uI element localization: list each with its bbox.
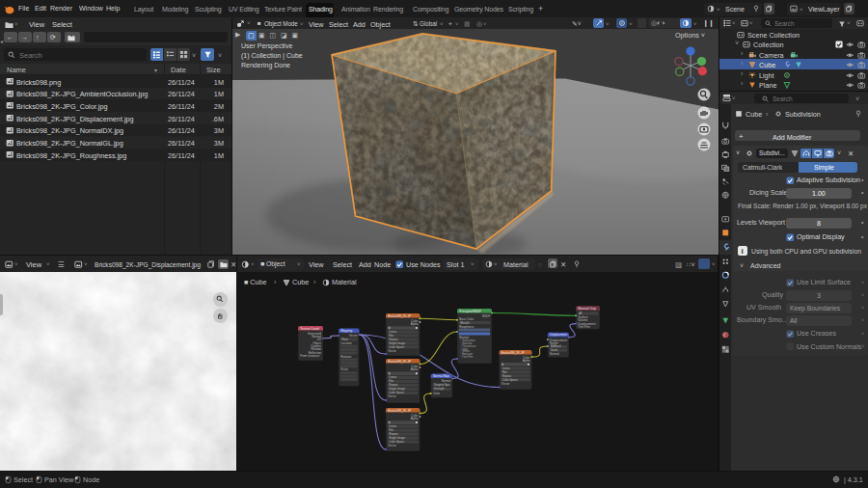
svg-text:Color: Color [433, 392, 440, 395]
svg-text:Bricks098_2K-JP: Bricks098_2K-JP [502, 351, 525, 355]
svg-text:Thin Film: Thin Film [578, 325, 590, 329]
svg-text:Material Outp: Material Outp [578, 307, 596, 311]
svg-text:Texture Coord: Texture Coord [300, 327, 319, 331]
svg-text:Normal Map: Normal Map [433, 374, 449, 378]
svg-text:Scale: Scale [340, 367, 348, 371]
svg-text:+: + [72, 34, 75, 39]
svg-text:Alpha: Alpha [411, 417, 419, 420]
svg-text:Principled BSDF: Principled BSDF [459, 310, 481, 313]
svg-text:Vector: Vector [349, 334, 358, 338]
svg-text:Displacemen: Displacemen [550, 333, 567, 337]
svg-text:From Instancer: From Instancer [300, 354, 319, 358]
svg-text:Alpha: Alpha [523, 359, 530, 363]
svg-text:› Thin Film: › Thin Film [461, 355, 474, 359]
svg-text:BSDF: BSDF [482, 314, 490, 318]
svg-text:Alpha: Alpha [411, 367, 419, 371]
svg-text:Rotation: Rotation [340, 355, 352, 359]
svg-text:Alpha: Alpha [411, 322, 419, 326]
svg-text:Mapping: Mapping [340, 329, 352, 333]
svg-text:Normal: Normal [550, 352, 559, 356]
svg-text:Vector: Vector [388, 394, 396, 398]
svg-text:Vector: Vector [502, 382, 510, 386]
svg-text:Bricks098_2K-JP: Bricks098_2K-JP [388, 314, 411, 318]
svg-text:Location: Location [340, 341, 352, 345]
svg-text:Roughness: Roughness [459, 325, 475, 329]
svg-text:Bricks098_2K-JP: Bricks098_2K-JP [388, 409, 411, 413]
svg-text:Bricks098_2K-JP: Bricks098_2K-JP [388, 360, 411, 364]
svg-text:Vector: Vector [388, 349, 396, 353]
svg-text:Vector: Vector [388, 444, 396, 447]
